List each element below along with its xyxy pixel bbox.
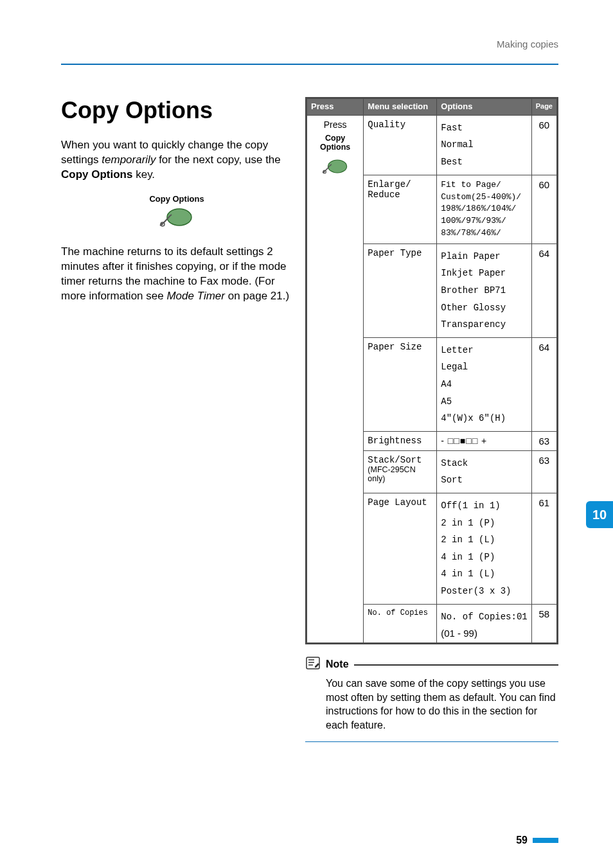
page-footer: 59 [516, 835, 558, 846]
right-column: Press Menu selection Options Page PressC… [305, 97, 558, 742]
copy-options-key-label: Copy Options [61, 194, 292, 204]
menu-cell: No. of Copies [364, 604, 437, 644]
note-end-rule [305, 741, 558, 743]
text-italic: Mode Timer [166, 290, 225, 302]
note-icon [305, 656, 321, 673]
copy-options-key-figure: Copy Options [61, 194, 292, 233]
menu-cell: Paper Size [364, 337, 437, 431]
page-title: Copy Options [61, 97, 292, 124]
copy-options-key-icon [157, 204, 196, 233]
menu-cell: Stack/Sort(MFC-295CN only) [364, 450, 437, 493]
text-italic: temporarily [102, 154, 155, 166]
copy-options-key-icon [311, 155, 359, 179]
options-cell: Fit to Page/Custom(25-400%)/198%/186%/10… [437, 175, 531, 244]
svg-point-2 [328, 160, 346, 173]
press-cell: PressCopy Options [306, 115, 364, 643]
th-page: Page [531, 98, 557, 116]
page-ref-cell: 63 [531, 431, 557, 450]
options-cell: LetterLegalA4A54"(W)x 6"(H) [437, 337, 531, 431]
header-rule [61, 64, 558, 65]
page-ref-cell: 64 [531, 337, 557, 431]
page-ref-cell: 63 [531, 450, 557, 493]
text-bold: Copy Options [61, 168, 132, 181]
options-cell: StackSort [437, 450, 531, 493]
options-cell: Off(1 in 1)2 in 1 (P)2 in 1 (L)4 in 1 (P… [437, 493, 531, 605]
svg-point-0 [167, 209, 191, 226]
note-rule [354, 664, 558, 666]
page-number: 59 [516, 835, 528, 846]
copy-options-table: Press Menu selection Options Page PressC… [305, 97, 558, 644]
breadcrumb: Making copies [61, 39, 558, 49]
menu-cell: Brightness [364, 431, 437, 450]
text: key. [132, 168, 155, 181]
svg-rect-4 [306, 657, 319, 669]
page-ref-cell: 60 [531, 115, 557, 175]
menu-cell: Paper Type [364, 244, 437, 337]
th-options: Options [437, 98, 531, 116]
options-cell: Plain PaperInkjet PaperBrother BP71Other… [437, 244, 531, 337]
text: for the next copy, use the [155, 154, 280, 166]
note-heading: Note [305, 656, 558, 673]
page-ref-cell: 61 [531, 493, 557, 605]
page-ref-cell: 60 [531, 175, 557, 244]
page-ref-cell: 58 [531, 604, 557, 644]
th-menu: Menu selection [364, 98, 437, 116]
th-press: Press [306, 98, 364, 116]
menu-cell: Enlarge/Reduce [364, 175, 437, 244]
options-cell: FastNormalBest [437, 115, 531, 175]
text: on page 21.) [225, 290, 289, 302]
brightness-indicator: - □□■□□ + [441, 436, 527, 446]
menu-cell: Quality [364, 115, 437, 175]
left-column: Copy Options When you want to quickly ch… [61, 97, 292, 742]
footer-bar [533, 838, 558, 843]
intro-paragraph-2: The machine returns to its default setti… [61, 245, 292, 304]
options-cell: - □□■□□ + [437, 431, 531, 450]
menu-cell: Page Layout [364, 493, 437, 605]
note-body: You can save some of the copy settings y… [305, 674, 558, 740]
options-cell: No. of Copies:01(01 - 99) [437, 604, 531, 644]
page-ref-cell: 64 [531, 244, 557, 337]
chapter-tab: 10 [586, 501, 613, 528]
intro-paragraph-1: When you want to quickly change the copy… [61, 138, 292, 182]
note-label: Note [326, 659, 349, 670]
